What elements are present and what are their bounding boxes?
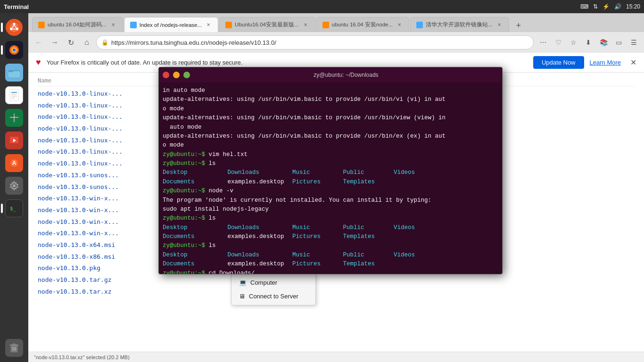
terminal-line: o mode xyxy=(163,105,498,114)
svg-point-1 xyxy=(13,23,16,25)
sidebar-terminal[interactable]: $_ xyxy=(4,198,25,219)
reload-button[interactable]: ↻ xyxy=(64,36,77,49)
update-heart-icon: ♥ xyxy=(36,58,41,67)
sidebar-app-center[interactable]: A xyxy=(4,153,25,173)
svg-rect-26 xyxy=(13,344,16,345)
tab-icon-3 xyxy=(225,22,232,28)
new-tab-button[interactable]: + xyxy=(512,19,525,32)
star-button[interactable]: ☆ xyxy=(567,36,580,49)
back-button[interactable]: ← xyxy=(32,36,45,49)
terminal-titlebar: zy@ubuntu: ~/Downloads xyxy=(159,67,502,82)
tab-close-3[interactable]: ✕ xyxy=(302,21,309,29)
context-connect-server[interactable]: 🖥 Connect to Server xyxy=(231,289,315,303)
learn-more-link[interactable]: Learn More xyxy=(590,59,621,66)
status-text: "node-v10.13.0.tar.xz" selected (20.2 MB… xyxy=(34,354,130,360)
terminal-line: Desktop Downloads Music Public Videos xyxy=(163,223,498,232)
volume-icon: 🔊 xyxy=(614,3,621,10)
terminal-line: zy@ubuntu:~$ ls xyxy=(163,241,498,250)
library-button[interactable]: 📚 xyxy=(597,36,610,49)
terminal-maximize-button[interactable] xyxy=(183,72,190,78)
terminal-body[interactable]: in auto mode update-alternatives: using … xyxy=(159,82,502,274)
terminal-line: auto mode xyxy=(163,123,498,132)
terminal-line: Documents examples.desktop Pictures Temp… xyxy=(163,260,498,269)
download-button[interactable]: ⬇ xyxy=(582,36,595,49)
close-update-bar-button[interactable]: ✕ xyxy=(630,58,636,67)
status-bar: "node-v10.13.0.tar.xz" selected (20.2 MB… xyxy=(28,352,644,362)
taskbar-right: ⌨ ⇅ ⚡ 🔊 15:20 xyxy=(580,3,640,10)
terminal-line: The program 'node' is currently not inst… xyxy=(163,196,498,205)
forward-button[interactable]: → xyxy=(48,36,61,49)
keyboard-icon: ⌨ xyxy=(580,3,588,10)
sidebar-calc[interactable] xyxy=(4,107,25,128)
tab-close-1[interactable]: ✕ xyxy=(109,21,117,29)
update-message: Your Firefox is critically out of date. … xyxy=(47,59,528,66)
tab-icon-1 xyxy=(38,22,45,28)
nav-actions: ⋯ ♡ ☆ ⬇ 📚 ▭ ☰ xyxy=(537,36,640,49)
terminal-line: zy@ubuntu:~$ cd Downloads/ xyxy=(163,269,498,274)
sidebar-ubuntu-logo[interactable] xyxy=(4,17,25,38)
terminal-line: in auto mode xyxy=(163,86,498,95)
sidebar-settings[interactable] xyxy=(4,175,25,196)
terminal-line: update-alternatives: using /usr/bin/vim.… xyxy=(163,114,498,123)
context-connect-label: Connect to Server xyxy=(249,293,298,300)
tab-close-4[interactable]: ✕ xyxy=(396,21,403,29)
svg-text:$_: $_ xyxy=(10,206,17,212)
update-now-button[interactable]: Update Now xyxy=(533,56,584,69)
tab-label-4: ubuntu 16.04 安装node... xyxy=(332,21,393,28)
tab-icon-5 xyxy=(416,22,423,28)
nav-bar: ← → ↻ ⌂ 🔒 https://mirrors.tuna.tsinghua.… xyxy=(28,32,644,53)
sidebar-impress[interactable] xyxy=(4,130,25,151)
terminal-line: Documents examples.desktop Pictures Temp… xyxy=(163,232,498,241)
address-bar[interactable]: 🔒 https://mirrors.tuna.tsinghua.edu.cn/n… xyxy=(96,35,534,49)
bluetooth-icon: ⚡ xyxy=(603,3,610,10)
terminal-line: Desktop Downloads Music Public Videos xyxy=(163,251,498,260)
sidebar-toggle-button[interactable]: ▭ xyxy=(612,36,625,49)
secure-icon: 🔒 xyxy=(101,39,108,46)
bookmark-heart-button[interactable]: ♡ xyxy=(552,36,565,49)
tab-ubuntu-install[interactable]: Ubuntu16.04安装最新版... ✕ xyxy=(219,17,315,32)
tab-nodejs-index[interactable]: Index of /nodejs-release... ✕ xyxy=(124,17,218,32)
terminal-line: update-alternatives: using /usr/bin/vim.… xyxy=(163,95,498,104)
svg-rect-10 xyxy=(10,90,18,101)
tab-ubuntu-node[interactable]: ubuntu 16.04 安装node... ✕ xyxy=(316,17,410,32)
tab-close-5[interactable]: ✕ xyxy=(495,21,503,29)
sidebar-files[interactable] xyxy=(4,62,25,83)
file-link-tar-gz[interactable]: node-v10.13.0.tar.gz xyxy=(38,274,245,286)
svg-rect-9 xyxy=(8,70,13,72)
context-computer-label: Computer xyxy=(250,279,277,286)
terminal-line: zy@ubuntu:~$ ls xyxy=(163,159,498,168)
sidebar: A $_ xyxy=(0,13,28,362)
svg-point-22 xyxy=(13,184,16,187)
arrows-icon: ⇅ xyxy=(593,3,598,10)
terminal-minimize-button[interactable] xyxy=(173,72,180,78)
time-display: 15:20 xyxy=(626,3,640,10)
sidebar-writer[interactable] xyxy=(4,85,25,106)
taskbar: Terminal ⌨ ⇅ ⚡ 🔊 15:20 xyxy=(0,0,644,13)
terminal-line: zy@ubuntu:~$ node -v xyxy=(163,187,498,196)
tab-label-3: Ubuntu16.04安装最新版... xyxy=(235,21,298,28)
tab-tsinghua[interactable]: 清华大学开源软件镜像站... ✕ xyxy=(410,17,509,32)
terminal-line: Documents examples.desktop Pictures Temp… xyxy=(163,178,498,187)
context-computer[interactable]: 💻 Computer xyxy=(231,276,315,289)
tab-close-2[interactable]: ✕ xyxy=(205,21,212,29)
terminal-window: zy@ubuntu: ~/Downloads in auto mode upda… xyxy=(158,67,503,274)
server-icon: 🖥 xyxy=(239,293,245,300)
tab-ubuntu-how[interactable]: ubuntu 16.04如何源码... ✕ xyxy=(32,17,123,32)
menu-button[interactable]: ☰ xyxy=(627,36,640,49)
taskbar-title: Terminal xyxy=(4,3,29,10)
terminal-close-button[interactable] xyxy=(163,72,169,78)
more-button[interactable]: ⋯ xyxy=(537,36,550,49)
tab-icon-2 xyxy=(130,22,137,28)
terminal-line: o mode xyxy=(163,141,498,150)
context-menu: 💻 Computer 🖥 Connect to Server xyxy=(231,273,316,305)
svg-text:A: A xyxy=(12,160,17,166)
sidebar-trash[interactable] xyxy=(4,337,25,358)
tab-bar: ubuntu 16.04如何源码... ✕ Index of /nodejs-r… xyxy=(28,13,644,32)
terminal-line: zy@ubuntu:~$ ls xyxy=(163,214,498,223)
computer-icon: 💻 xyxy=(239,279,247,286)
home-button[interactable]: ⌂ xyxy=(80,36,93,49)
file-link-tar-xz[interactable]: node-v10.13.0.tar.xz xyxy=(38,286,245,298)
tab-label-5: 清华大学开源软件镜像站... xyxy=(426,21,493,28)
sidebar-firefox[interactable] xyxy=(4,40,25,60)
terminal-line: Desktop Downloads Music Public Videos xyxy=(163,168,498,177)
